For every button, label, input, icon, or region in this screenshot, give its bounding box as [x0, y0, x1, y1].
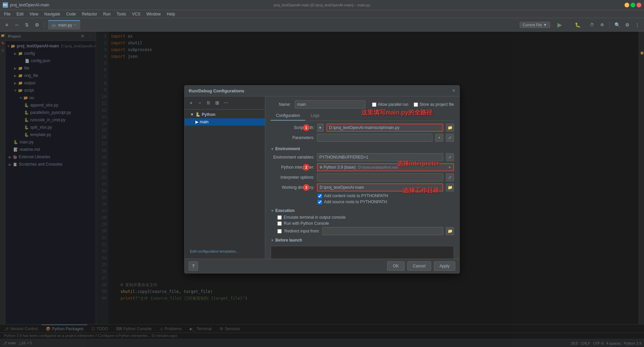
app-title: proj_textOpenAI-main	[10, 3, 49, 7]
redirect-input-label: Redirect input from:	[284, 229, 320, 233]
profile-button[interactable]: ⏱	[588, 21, 596, 29]
move-config-button[interactable]: ⊞	[214, 99, 221, 106]
menu-edit[interactable]: Edit	[14, 11, 26, 17]
tab-bar: py main.py ×	[48, 18, 518, 31]
script-path-input[interactable]	[326, 124, 443, 132]
redirect-input-field[interactable]	[322, 227, 443, 235]
dialog-config-panel: Name: Allow parallel run Store as projec…	[265, 96, 459, 259]
dialog-close-button[interactable]: ×	[452, 88, 455, 94]
run-python-console-checkbox[interactable]	[277, 221, 282, 226]
toolbar-more-button[interactable]: ⋮	[633, 21, 641, 29]
maximize-button[interactable]	[631, 3, 635, 7]
run-python-console-row: Run with Python Console	[277, 221, 454, 226]
apply-button[interactable]: Apply	[434, 261, 455, 271]
env-expand-btn[interactable]: ⤢	[446, 153, 454, 161]
allow-parallel-label[interactable]: Allow parallel run	[372, 102, 408, 107]
footer-left: ?	[189, 261, 198, 271]
working-directory-input[interactable]	[317, 183, 443, 191]
menu-file[interactable]: File	[1, 11, 13, 17]
step3-badge: 3	[303, 184, 310, 191]
before-launch-content	[271, 246, 454, 249]
params-add-btn[interactable]: +	[435, 134, 443, 142]
parameters-input[interactable]	[317, 134, 432, 142]
source-roots-checkbox[interactable]	[318, 200, 322, 204]
run-debug-dialog: Run/Debug Configurations × + − ⎘ ⊞ ⋯ ▼	[184, 85, 460, 273]
dialog-title: Run/Debug Configurations	[189, 88, 244, 93]
help-button[interactable]: ?	[189, 261, 198, 271]
menu-run[interactable]: Run	[100, 11, 113, 17]
interpreter-options-input[interactable]	[317, 173, 443, 181]
run-button[interactable]: ▶	[552, 20, 567, 30]
exec-section-arrow[interactable]: ▼	[271, 209, 274, 213]
debug-button[interactable]: 🐛	[569, 20, 586, 30]
add-config-button[interactable]: +	[187, 99, 195, 106]
before-launch-arrow[interactable]: ▼	[271, 238, 274, 242]
script-path-browse-button[interactable]: 📁	[446, 124, 454, 132]
tab-logs[interactable]: Logs	[305, 111, 325, 121]
working-directory-row: Working directory: 3 📁	[271, 183, 454, 191]
copy-config-button[interactable]: ⎘	[205, 99, 212, 106]
interp-options-expand-btn[interactable]: ⤢	[446, 173, 454, 181]
toolbar-nav-btn[interactable]: ↔	[13, 21, 21, 29]
dialog-overlay: Run/Debug Configurations × + − ⎘ ⊞ ⋯ ▼	[0, 32, 644, 347]
interp-dropdown-arrow: ▼	[448, 166, 451, 169]
editor-tab-main-py[interactable]: py main.py ×	[48, 20, 80, 30]
tab-close-icon[interactable]: ×	[74, 23, 76, 27]
workdir-browse-btn[interactable]: 📁	[446, 183, 454, 191]
store-project-checkbox[interactable]	[414, 102, 418, 107]
env-variables-input[interactable]	[317, 153, 443, 161]
main-config-icon: ▶	[195, 120, 198, 124]
toolbar-project-btn[interactable]: ≡	[3, 21, 11, 29]
interpreter-options-row: Interpreter options: ⤢	[271, 173, 454, 181]
redirect-input-checkbox[interactable]	[277, 229, 282, 233]
redirect-input-row: Redirect input from: 📁	[277, 227, 454, 235]
redirect-browse-btn[interactable]: 📁	[446, 227, 454, 235]
edit-config-templates-link[interactable]: Edit configuration templates...	[185, 247, 265, 256]
toolbar-sort-btn[interactable]: ⇅	[23, 21, 31, 29]
tab-label: main.py	[58, 23, 72, 28]
step2-badge: 2	[303, 164, 310, 171]
dialog-config-tree: + − ⎘ ⊞ ⋯ ▼ 🐍 Python ▶ main	[185, 96, 265, 259]
menu-code[interactable]: Code	[63, 11, 79, 17]
python-config-group[interactable]: ▼ 🐍 Python	[185, 111, 265, 118]
script-path-dropdown[interactable]: ▼	[317, 124, 324, 132]
cancel-button[interactable]: Cancel	[407, 261, 431, 271]
emulate-terminal-row: Emulate terminal in output console	[277, 215, 454, 220]
tab-configuration[interactable]: Configuration	[271, 111, 305, 121]
name-field[interactable]	[295, 100, 365, 109]
main-config-item[interactable]: ▶ main	[185, 118, 265, 126]
python-expand-arrow: ▼	[190, 112, 194, 117]
settings-gear-button[interactable]: ⚙	[623, 21, 631, 29]
menu-window[interactable]: Window	[144, 11, 164, 17]
toolbar: ≡ ↔ ⇅ ⚙ py main.py × Current File ▼ ▶ 🐛 …	[0, 18, 644, 32]
env-section-arrow[interactable]: ▼	[271, 147, 274, 151]
interpreter-dropdown[interactable]: Python 3.9 (base) D:\anaconda\python.exe…	[317, 163, 454, 171]
current-file-dropdown[interactable]: Current File ▼	[520, 22, 550, 28]
config-more-button[interactable]: ⋯	[222, 99, 230, 106]
menu-refactor[interactable]: Refactor	[79, 11, 100, 17]
menu-help[interactable]: Help	[164, 11, 178, 17]
menu-view[interactable]: View	[27, 11, 41, 17]
ok-button[interactable]: OK	[387, 261, 404, 271]
emulate-terminal-checkbox[interactable]	[277, 215, 282, 220]
allow-parallel-checkbox[interactable]	[372, 102, 376, 107]
parameters-row: Parameters: + ⤢	[271, 134, 454, 142]
before-launch-title: Before launch	[275, 238, 302, 243]
store-project-label[interactable]: Store as project file	[414, 102, 454, 107]
toolbar-settings-btn[interactable]: ⚙	[33, 21, 41, 29]
menu-navigate[interactable]: Navigate	[42, 11, 63, 17]
menu-tools[interactable]: Tools	[114, 11, 129, 17]
title-bar-left: PC proj_textOpenAI-main	[3, 2, 49, 8]
coverage-button[interactable]: ⚙	[598, 21, 606, 29]
exec-section-title: Execution	[275, 208, 294, 213]
search-everywhere-button[interactable]: 🔍	[613, 21, 621, 29]
close-window-button[interactable]	[637, 3, 641, 7]
execution-section: ▼ Execution	[271, 208, 454, 213]
dialog-tabs: Configuration Logs	[271, 111, 454, 121]
params-expand-btn[interactable]: ⤢	[446, 134, 454, 142]
remove-config-button[interactable]: −	[196, 99, 203, 106]
main-layout: 📁 🔖 ⊞ Project ⚙ ⋮ ▼ 📂 proj_textOpenAI-ma…	[0, 32, 644, 347]
minimize-button[interactable]	[625, 3, 629, 7]
menu-vcs[interactable]: VCS	[129, 11, 143, 17]
content-roots-checkbox[interactable]	[318, 194, 322, 198]
